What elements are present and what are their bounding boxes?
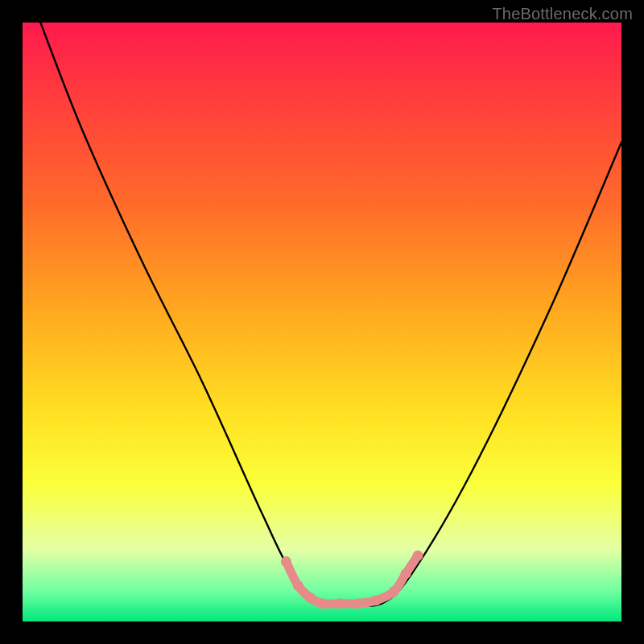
highlight-dot xyxy=(305,592,316,603)
watermark-text: TheBottleneck.com xyxy=(492,5,633,23)
highlight-dot xyxy=(370,595,381,605)
highlight-dot xyxy=(293,580,303,591)
highlight-dot xyxy=(335,598,345,609)
highlight-dot xyxy=(281,556,291,567)
bottleneck-curve-path xyxy=(40,23,621,605)
highlight-dot xyxy=(317,598,328,609)
chart-frame: TheBottleneck.com xyxy=(0,0,644,644)
curve-svg xyxy=(23,23,621,621)
highlight-dot xyxy=(353,598,363,609)
plot-area xyxy=(23,23,621,621)
highlight-dot xyxy=(389,586,399,597)
highlight-dot xyxy=(401,568,411,579)
highlight-dot xyxy=(413,551,423,561)
